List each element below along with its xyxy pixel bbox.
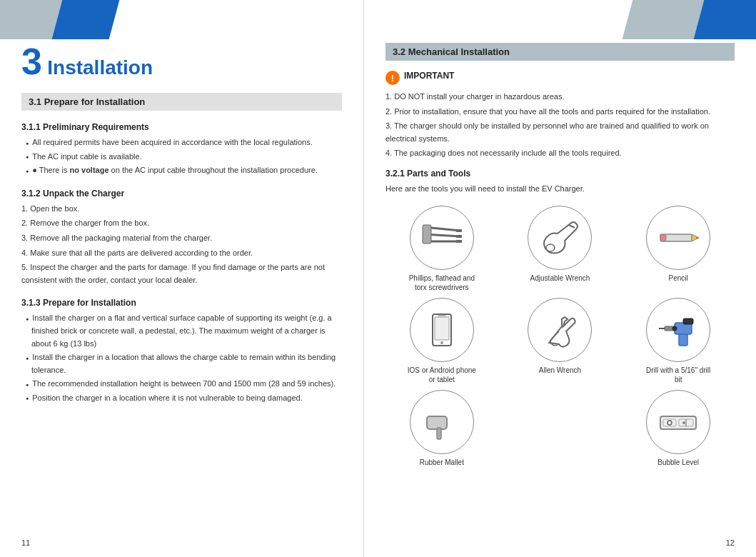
phone-icon: [417, 308, 467, 351]
install-bullet-3: The recommended installation height is b…: [21, 378, 342, 391]
tool-circle-drill: [646, 298, 710, 362]
deco-top-left: [0, 0, 128, 39]
install-bullet-4: Position the charger in a location where…: [21, 392, 342, 405]
tool-circle-adjustable-wrench: [528, 206, 592, 270]
install-bullet-1: Install the charger on a flat and vertic…: [21, 312, 342, 350]
section-2-heading: 3.2 Mechanical Installation: [385, 43, 735, 61]
tool-screwdrivers: Phillips, flathead andtorx screwdrivers: [385, 206, 498, 292]
svg-rect-5: [456, 235, 462, 238]
tool-circle-screwdrivers: [410, 206, 474, 270]
tool-circle-wrench: [528, 298, 592, 362]
wrench-label: Allen Wrench: [539, 366, 581, 375]
svg-rect-6: [456, 240, 462, 243]
tool-circle-bubble-level: [646, 390, 710, 454]
svg-rect-4: [456, 229, 462, 232]
svg-point-15: [440, 341, 443, 344]
drill-label: Drill with a 5/16" drill bit: [642, 366, 714, 384]
rubber-mallet-label: Rubber Mallet: [420, 458, 464, 467]
page-container: 3 Installation 3.1 Prepare for Installat…: [0, 0, 756, 557]
svg-line-8: [569, 225, 575, 228]
svg-rect-20: [679, 334, 687, 346]
unpack-item-1: 1. Open the box.: [21, 203, 342, 216]
left-page: 3 Installation 3.1 Prepare for Installat…: [0, 0, 364, 557]
subsection-1-2-heading: 3.1.2 Unpack the Charger: [21, 189, 342, 199]
important-box: ! IMPORTANT: [385, 71, 735, 85]
pencil-label: Pencil: [669, 274, 688, 283]
tool-wrench: Allen Wrench: [504, 298, 617, 384]
bubble-level-label: Bubble Level: [657, 458, 699, 467]
drill-icon: [653, 308, 703, 351]
chapter-heading: 3 Installation: [21, 43, 342, 80]
unpack-item-2: 2. Remove the charger from the box.: [21, 217, 342, 230]
svg-rect-25: [660, 416, 696, 429]
important-item-1: 1. DO NOT install your charger in hazard…: [385, 91, 735, 104]
adjustable-wrench-icon: [535, 216, 585, 259]
bubble-level-icon: [653, 401, 703, 443]
screwdrivers-label: Phillips, flathead andtorx screwdrivers: [409, 274, 475, 292]
tool-circle-rubber-mallet: [410, 390, 474, 454]
pencil-icon: [653, 216, 703, 259]
important-item-2: 2. Prior to installation, ensure that yo…: [385, 106, 735, 119]
tool-rubber-mallet: Rubber Mallet: [385, 390, 498, 467]
right-page: 3.2 Mechanical Installation ! IMPORTANT …: [364, 0, 756, 557]
tool-phone: IOS or Android phoneor tablet: [385, 298, 498, 384]
svg-rect-21: [683, 318, 693, 324]
tool-drill: Drill with a 5/16" drill bit: [622, 298, 735, 384]
svg-point-7: [546, 244, 555, 251]
svg-rect-23: [427, 416, 447, 429]
adjustable-wrench-label: Adjustable Wrench: [530, 274, 590, 283]
important-label: IMPORTANT: [404, 71, 454, 81]
svg-rect-14: [435, 317, 449, 340]
tool-pencil: Pencil: [622, 206, 735, 292]
page-number-right: 12: [726, 538, 735, 547]
unpack-item-3: 3. Remove all the packaging material fro…: [21, 232, 342, 245]
subsection-1-1-heading: 3.1.1 Preliminary Requirements: [21, 122, 342, 132]
unpack-item-4: 4. Make sure that all the parts are deli…: [21, 247, 342, 260]
bullet-1-1-3: ● There is no voltage on the AC input ca…: [21, 164, 342, 177]
tool-bubble-level: Bubble Level: [622, 390, 735, 467]
tool-adjustable-wrench: Adjustable Wrench: [504, 206, 617, 292]
tools-intro: Here are the tools you will need to inst…: [385, 183, 735, 196]
bullet-1-1-2: The AC input cable is available.: [21, 151, 342, 164]
phone-label: IOS or Android phoneor tablet: [408, 366, 476, 384]
tool-circle-phone: [410, 298, 474, 362]
chapter-title: Installation: [47, 56, 153, 79]
tools-grid: Phillips, flathead andtorx screwdrivers …: [385, 206, 735, 467]
bullet-1-1-1: All required permits have been acquired …: [21, 136, 342, 149]
page-number-left: 11: [21, 538, 30, 547]
deco-top-right: [613, 0, 756, 39]
important-item-3: 3. The charger should only be installed …: [385, 120, 735, 145]
unpack-item-5: 5. Inspect the charger and the parts for…: [21, 261, 342, 286]
important-icon: !: [385, 71, 400, 85]
svg-rect-3: [423, 225, 431, 244]
section-1-heading: 3.1 Prepare for Installation: [21, 93, 342, 111]
rubber-mallet-icon: [417, 401, 467, 443]
svg-point-30: [682, 421, 685, 424]
install-bullet-2: Install the charger in a location that a…: [21, 351, 342, 376]
svg-point-22: [672, 326, 677, 331]
svg-rect-11: [660, 235, 666, 241]
subsection-1-3-heading: 3.1.3 Prepare for Installation: [21, 298, 342, 308]
wrench-icon: [535, 308, 585, 351]
chapter-number: 3: [21, 41, 42, 82]
svg-rect-24: [437, 428, 441, 439]
subsection-2-1-heading: 3.2.1 Parts and Tools: [385, 169, 735, 179]
important-item-4: 4. The packaging does not necessarily in…: [385, 147, 735, 160]
tool-circle-pencil: [646, 206, 710, 270]
screwdrivers-icon: [417, 216, 467, 259]
